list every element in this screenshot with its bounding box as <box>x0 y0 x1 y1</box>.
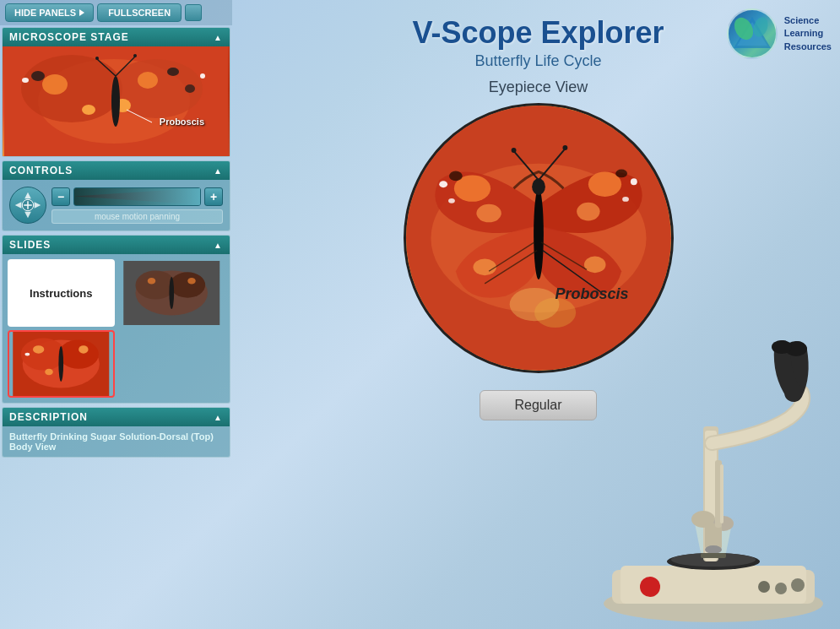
eyepiece-label: Eyepiece View <box>236 79 840 96</box>
svg-point-10 <box>185 84 195 93</box>
svg-point-83 <box>772 340 792 354</box>
slides-header[interactable]: SLIDES ▲ <box>3 236 230 254</box>
zoom-minus-button[interactable]: − <box>51 187 70 206</box>
svg-point-36 <box>58 340 99 369</box>
stage-proboscis-label: Proboscis <box>160 117 204 127</box>
svg-point-41 <box>25 353 30 356</box>
nav-pad[interactable] <box>9 187 46 224</box>
slides-grid: Instructions <box>3 254 230 403</box>
logo: Science Learning Resources <box>727 8 832 59</box>
slide-butterfly-active[interactable] <box>8 330 115 398</box>
description-chevron-icon: ▲ <box>214 413 223 422</box>
svg-marker-20 <box>24 212 31 219</box>
zoom-slider[interactable] <box>73 187 201 206</box>
fullscreen-button[interactable]: FULLSCREEN <box>97 3 182 22</box>
svg-point-39 <box>79 345 88 354</box>
svg-point-32 <box>187 278 196 285</box>
svg-rect-90 <box>701 553 726 558</box>
controls-header[interactable]: CONTROLS ▲ <box>3 161 230 180</box>
slide-instructions-label: Instructions <box>30 287 92 300</box>
svg-point-8 <box>31 71 45 81</box>
svg-point-16 <box>95 57 99 60</box>
svg-point-85 <box>705 545 722 554</box>
svg-point-40 <box>45 369 53 376</box>
svg-marker-21 <box>15 202 22 209</box>
svg-point-7 <box>82 105 95 115</box>
svg-point-51 <box>476 204 501 223</box>
svg-point-56 <box>630 178 637 185</box>
svg-rect-92 <box>720 464 723 523</box>
svg-point-13 <box>111 76 120 127</box>
svg-point-62 <box>532 178 545 195</box>
svg-point-87 <box>791 578 805 592</box>
zoom-control: − + mouse motion panning <box>51 187 223 224</box>
svg-marker-22 <box>35 202 41 209</box>
svg-point-11 <box>22 78 29 83</box>
svg-point-9 <box>167 68 179 76</box>
description-section: DESCRIPTION ▲ Butterfly Drinking Sugar S… <box>2 407 230 458</box>
svg-point-29 <box>170 272 205 297</box>
svg-point-54 <box>583 257 605 274</box>
microscope-stage-section: MICROSCOPE STAGE ▲ <box>2 27 230 157</box>
slide-instructions[interactable]: Instructions <box>8 259 115 327</box>
slide-butterfly-dark[interactable] <box>118 259 225 327</box>
slides-section: SLIDES ▲ Instructions <box>2 235 230 404</box>
svg-point-55 <box>439 181 447 187</box>
logo-circle <box>727 8 778 59</box>
svg-point-57 <box>448 198 455 203</box>
svg-point-2 <box>21 55 122 122</box>
toolbar-extra-button[interactable] <box>185 4 202 21</box>
svg-point-86 <box>640 577 660 597</box>
svg-marker-19 <box>24 192 31 199</box>
controls-content: − + mouse motion panning <box>3 180 230 230</box>
svg-point-30 <box>169 277 174 309</box>
svg-point-53 <box>473 259 496 276</box>
stage-header[interactable]: MICROSCOPE STAGE ▲ <box>3 28 230 46</box>
svg-point-5 <box>138 72 158 89</box>
svg-point-61 <box>534 188 544 279</box>
controls-chevron-icon: ▲ <box>214 166 223 176</box>
left-panel: HIDE PANELS FULLSCREEN MICROSCOPE STAGE … <box>0 0 232 629</box>
svg-point-66 <box>562 145 567 150</box>
svg-point-89 <box>758 581 770 593</box>
panning-label: mouse motion panning <box>51 209 223 224</box>
stage-image: Proboscis <box>3 46 230 156</box>
svg-point-38 <box>33 345 44 354</box>
microscope-image <box>578 274 840 629</box>
svg-point-58 <box>622 197 629 202</box>
zoom-plus-button[interactable]: + <box>204 187 223 206</box>
stage-chevron-icon: ▲ <box>214 33 223 42</box>
description-header[interactable]: DESCRIPTION ▲ <box>3 408 230 426</box>
svg-point-37 <box>58 346 63 382</box>
svg-point-59 <box>449 171 463 182</box>
svg-point-88 <box>775 583 787 594</box>
arrow-icon <box>79 9 84 16</box>
toolbar: HIDE PANELS FULLSCREEN <box>0 0 232 25</box>
zoom-row: − + <box>51 187 223 206</box>
logo-text: Science Learning Resources <box>784 14 832 53</box>
svg-point-65 <box>511 148 516 153</box>
svg-point-12 <box>200 73 205 79</box>
controls-section: CONTROLS ▲ <box>2 160 230 231</box>
svg-point-17 <box>133 54 137 57</box>
svg-point-60 <box>615 170 627 178</box>
slides-chevron-icon: ▲ <box>214 241 223 250</box>
svg-point-4 <box>42 74 68 95</box>
svg-point-31 <box>147 278 155 285</box>
hide-panels-button[interactable]: HIDE PANELS <box>5 3 94 22</box>
svg-point-52 <box>577 203 599 221</box>
description-text: Butterfly Drinking Sugar Solution-Dorsal… <box>3 426 230 457</box>
